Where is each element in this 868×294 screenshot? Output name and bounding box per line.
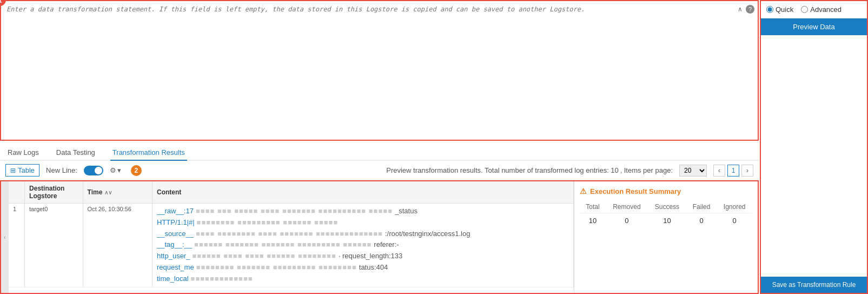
prev-page-button[interactable]: ‹ — [713, 165, 725, 177]
exec-total: 10 — [580, 213, 606, 228]
exec-col-total: Total — [580, 201, 606, 213]
table-view-button[interactable]: ⊞ Table — [5, 164, 39, 177]
content-line-2: HTTP/1.1|#| ■■■■■■■■ ■■■■■■■■■ ■■■■■■ ■■… — [157, 217, 569, 228]
per-page-select[interactable]: 20 50 100 — [679, 165, 707, 177]
content-line-4: __tag__:__ ■■■■■■ ■■■■■■■ ■■■■■■■ ■■■■■■… — [157, 239, 569, 251]
exec-summary-row: 10 0 10 0 0 — [580, 213, 752, 228]
content-cell: __raw__:17 ■■■■ ■■■ ■■■■■ ■■■■ ■■■■■■■ ■… — [157, 206, 569, 285]
step-2-badge: 2 — [131, 165, 142, 176]
data-table-container: DestinationLogstore Time ∧∨ Content 1 ta… — [9, 181, 574, 293]
current-page: 1 — [727, 165, 739, 177]
content-line-5: http_user_ ■■■■■■ ■■■■ ■■■■ ■■■■■■ ■■■■■… — [157, 251, 569, 262]
advanced-label[interactable]: Advanced — [810, 5, 842, 14]
quick-radio[interactable] — [766, 6, 773, 13]
content-key-7: time_local — [157, 273, 189, 285]
row-content: __raw__:17 ■■■■ ■■■ ■■■■■ ■■■■ ■■■■■■■ ■… — [153, 204, 574, 288]
exec-col-success: Success — [648, 201, 686, 213]
help-icon[interactable]: ? — [746, 5, 754, 14]
tab-data-testing[interactable]: Data Testing — [54, 145, 97, 161]
content-key-5: http_user_ — [157, 251, 190, 262]
content-line-1: __raw__:17 ■■■■ ■■■ ■■■■■ ■■■■ ■■■■■■■ ■… — [157, 206, 569, 217]
results-table: DestinationLogstore Time ∧∨ Content 1 ta… — [9, 181, 574, 288]
advanced-radio[interactable] — [801, 6, 808, 13]
transformation-editor[interactable] — [1, 1, 758, 140]
left-collapse-handle[interactable]: ‹ — [1, 181, 9, 293]
row-time: Oct 26, 10:30:56 — [83, 204, 152, 288]
exec-removed: 0 — [606, 213, 648, 228]
content-key-1: __raw__:17 — [157, 206, 194, 217]
quick-label[interactable]: Quick — [776, 5, 793, 14]
table-row: 1 target0 Oct 26, 10:30:56 __raw__:17 ■■… — [9, 204, 574, 288]
sort-icon: ∧∨ — [104, 190, 112, 195]
exec-col-ignored: Ignored — [717, 201, 752, 213]
new-line-label: New Line: — [46, 166, 77, 174]
preview-data-button[interactable]: Preview Data — [761, 18, 867, 35]
content-line-3: __source__ ■■■■ ■■■■■■■■ ■■■■ ■■■■■■■ ■■… — [157, 228, 569, 240]
preview-info-text: Preview transformation results. Total nu… — [386, 166, 673, 174]
quick-mode-option[interactable]: Quick — [766, 5, 793, 14]
row-index: 1 — [9, 204, 25, 288]
content-line-6: request_me ■■■■■■■■ ■■■■■■■ ■■■■■■■■■ ■■… — [157, 262, 569, 273]
content-key-3: __source__ — [157, 228, 194, 240]
content-key-6: request_me — [157, 262, 194, 273]
save-transformation-button[interactable]: Save as Transformation Rule — [761, 277, 867, 293]
exec-summary-title: ⚠ Execution Result Summary — [580, 187, 752, 195]
warning-icon: ⚠ — [580, 187, 587, 195]
execution-summary-panel: ⚠ Execution Result Summary Total Removed… — [574, 181, 758, 293]
exec-summary-table: Total Removed Success Failed Ignored 10 … — [580, 201, 752, 228]
exec-failed: 0 — [686, 213, 717, 228]
exec-col-failed: Failed — [686, 201, 717, 213]
content-key-4: __tag__:__ — [157, 239, 192, 251]
exec-success: 10 — [648, 213, 686, 228]
exec-col-removed: Removed — [606, 201, 648, 213]
content-line-7: time_local ■■■■■■■■■■■■■ — [157, 273, 569, 285]
collapse-button[interactable]: ∧ — [737, 4, 744, 14]
pagination: ‹ 1 › — [713, 165, 753, 177]
advanced-mode-option[interactable]: Advanced — [801, 5, 842, 14]
right-panel: Quick Advanced Preview Data Save as Tran… — [760, 0, 868, 294]
col-header-content: Content — [153, 181, 574, 204]
new-line-toggle[interactable] — [84, 166, 103, 175]
table-icon: ⊞ — [10, 167, 16, 174]
tab-raw-logs[interactable]: Raw Logs — [5, 145, 41, 161]
col-header-time[interactable]: Time ∧∨ — [83, 181, 152, 204]
tabs-bar: Raw Logs Data Testing Transformation Res… — [0, 141, 759, 161]
col-header-index — [9, 181, 25, 204]
tab-transformation-results[interactable]: Transformation Results — [110, 145, 187, 161]
next-page-button[interactable]: › — [741, 165, 753, 177]
settings-button[interactable]: ⚙▾ — [110, 166, 121, 174]
exec-ignored: 0 — [717, 213, 752, 228]
row-destination: target0 — [25, 204, 83, 288]
table-label: Table — [18, 166, 35, 174]
content-key-2: HTTP/1.1|#| — [157, 217, 195, 228]
col-header-destination: DestinationLogstore — [25, 181, 83, 204]
mode-selector: Quick Advanced — [761, 1, 867, 18]
